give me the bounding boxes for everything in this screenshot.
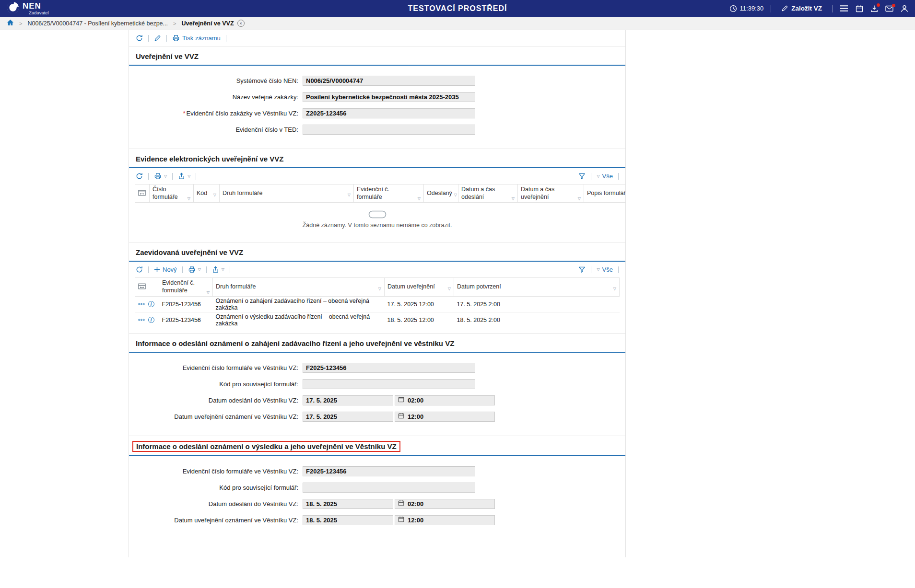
funnel-icon	[578, 173, 586, 180]
filter-chevron-icon[interactable]: ▽	[578, 197, 581, 201]
section-registered: Zaevidovaná uveřejnění ve VVZ Nový ▽	[129, 242, 625, 333]
published-time-field[interactable]	[408, 517, 492, 524]
column-header[interactable]: Datum a čas uveřejnění▽	[518, 184, 584, 203]
filter-chevron-icon[interactable]: ▽	[348, 193, 351, 197]
toolbar-separator	[591, 173, 591, 180]
print-record-button[interactable]: Tisk záznamu	[172, 35, 221, 42]
ted-number-field[interactable]	[303, 125, 475, 135]
vvz-number-field[interactable]	[303, 108, 475, 118]
form-row: Kód pro související formulář:	[129, 483, 625, 493]
sent-date-field[interactable]	[303, 499, 393, 509]
empty-tray-icon	[129, 210, 625, 219]
chevron-down-icon: ▽	[188, 174, 190, 178]
form-number-field[interactable]	[303, 466, 475, 476]
downloads-button[interactable]	[870, 5, 878, 12]
nen-logo-icon	[7, 1, 19, 15]
breadcrumb: > N006/25/V00004747 - Posílení kyberneti…	[0, 17, 915, 30]
toolbar-separator	[618, 173, 619, 180]
calendar-icon[interactable]	[398, 516, 404, 524]
filter-chevron-icon[interactable]: ▽	[213, 193, 216, 197]
form-number-field[interactable]	[303, 363, 475, 373]
view-all-dropdown[interactable]: ▽ Vše	[597, 266, 613, 273]
column-header[interactable]: Datum uveřejnění▽	[385, 278, 454, 296]
row-menu-icon[interactable]	[138, 319, 145, 321]
sent-date-field[interactable]	[303, 395, 393, 405]
column-header[interactable]: Evidenční č. formuláře▽	[354, 184, 424, 203]
form-row: Evidenční číslo formuláře ve Věstníku VZ…	[129, 363, 625, 373]
filter-chevron-icon[interactable]: ▽	[613, 287, 616, 291]
view-all-dropdown[interactable]: ▽ Vše	[597, 173, 613, 180]
export-menu-button[interactable]: ▽	[212, 266, 224, 273]
refresh-button[interactable]	[136, 173, 143, 180]
filter-chevron-icon[interactable]: ▽	[448, 287, 451, 291]
export-icon	[178, 173, 185, 180]
create-vz-button[interactable]: Založit VZ	[778, 4, 825, 12]
notification-badge	[877, 3, 880, 7]
section-publication: Uveřejnění ve VVZ Systémové číslo NEN: N…	[129, 46, 625, 149]
system-number-field[interactable]	[303, 76, 475, 86]
new-record-button[interactable]: Nový	[154, 266, 177, 273]
user-icon	[901, 5, 908, 12]
related-form-code-field[interactable]	[303, 379, 475, 389]
section-title: Evidence elektronických uveřejnění ve VV…	[129, 149, 625, 168]
form-row: Datum uveřejnění oznámení ve Věstníku VZ…	[129, 412, 625, 422]
print-menu-button[interactable]: ▽	[188, 266, 201, 273]
user-button[interactable]	[901, 5, 908, 12]
info-icon[interactable]: i	[148, 301, 154, 307]
field-label: Datum odeslání do Věstníku VZ:	[129, 397, 303, 404]
sent-time-field[interactable]	[408, 397, 492, 404]
column-header[interactable]: Datum potvrzení▽	[454, 278, 620, 296]
info-icon[interactable]: i	[148, 317, 154, 323]
close-tab-icon[interactable]: ×	[237, 20, 245, 27]
breadcrumb-item-current[interactable]: Uveřejnění ve VVZ	[181, 20, 234, 27]
export-icon	[212, 266, 219, 273]
calendar-icon[interactable]	[398, 396, 404, 404]
print-menu-button[interactable]: ▽	[154, 173, 167, 180]
column-header[interactable]: Číslo formuláře▽	[150, 184, 194, 203]
refresh-button[interactable]	[136, 266, 143, 273]
edit-button[interactable]	[154, 35, 161, 42]
related-form-code-field[interactable]	[303, 483, 475, 493]
calendar-icon[interactable]	[398, 500, 404, 507]
column-header[interactable]: Odeslaný▽	[424, 184, 458, 203]
brand-subtitle: Zadavatel	[29, 11, 49, 15]
column-chooser-button[interactable]	[135, 184, 150, 203]
filter-chevron-icon[interactable]: ▽	[378, 287, 381, 291]
home-button[interactable]	[7, 19, 14, 27]
section-title: Informace o odeslání oznámení o výsledku…	[129, 436, 625, 456]
table-row[interactable]: i F2025-123456 Oznámení o výsledku zadáv…	[135, 312, 620, 328]
refresh-button[interactable]	[136, 35, 143, 42]
row-menu-icon[interactable]	[138, 303, 145, 305]
filter-chevron-icon[interactable]: ▽	[454, 193, 457, 197]
filter-chevron-icon[interactable]: ▽	[418, 197, 421, 201]
header-separator	[832, 5, 833, 12]
brand[interactable]: NEN Zadavatel	[7, 1, 49, 15]
filter-chevron-icon[interactable]: ▽	[188, 197, 190, 201]
filter-button[interactable]	[578, 173, 586, 180]
sent-time-field[interactable]	[408, 500, 492, 507]
pencil-icon	[154, 35, 161, 42]
table-row[interactable]: i F2025-123456 Oznámení o zahájení zadáv…	[135, 296, 620, 312]
toolbar-separator	[148, 266, 149, 273]
messages-button[interactable]	[885, 5, 893, 12]
export-menu-button[interactable]: ▽	[178, 173, 190, 180]
column-header[interactable]: Druh formuláře▽	[213, 278, 385, 296]
column-header[interactable]: Datum a čas odeslání▽	[458, 184, 518, 203]
table-header-row: Evidenční č. formuláře▽ Druh formuláře▽ …	[135, 278, 620, 296]
column-header[interactable]: Popis formuláře▽	[584, 184, 626, 203]
menu-button[interactable]	[840, 5, 848, 12]
column-header[interactable]: Evidenční č. formuláře▽	[159, 278, 213, 296]
breadcrumb-item-record[interactable]: N006/25/V00004747 - Posílení kybernetick…	[27, 20, 168, 27]
calendar-button[interactable]	[856, 5, 863, 12]
filter-chevron-icon[interactable]: ▽	[207, 291, 210, 295]
filter-chevron-icon[interactable]: ▽	[512, 197, 515, 201]
published-date-field[interactable]	[303, 412, 393, 422]
published-date-field[interactable]	[303, 515, 393, 525]
column-header[interactable]: Druh formuláře▽	[220, 184, 354, 203]
published-time-field[interactable]	[408, 413, 492, 420]
filter-button[interactable]	[578, 266, 586, 273]
calendar-icon[interactable]	[398, 413, 404, 420]
column-chooser-button[interactable]	[135, 278, 159, 296]
column-header[interactable]: Kód▽	[194, 184, 220, 203]
contract-name-field[interactable]	[303, 92, 475, 102]
